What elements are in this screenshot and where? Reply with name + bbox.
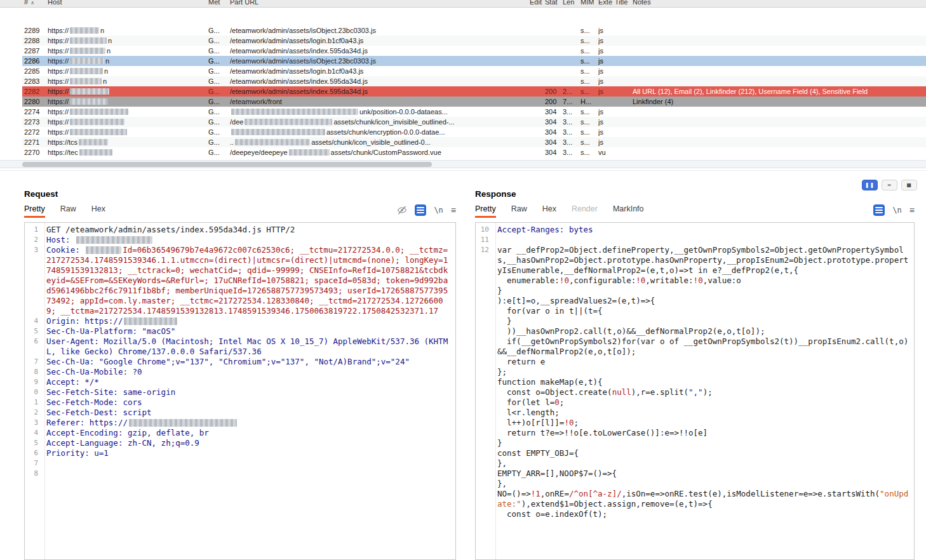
redacted-text xyxy=(79,149,112,156)
request-panel: Request Pretty Raw Hex \n ≡ 1GET /eteamw… xyxy=(24,189,456,560)
row-url: /eteamwork/admin/assets/isObject.23bc030… xyxy=(230,57,530,65)
line-number xyxy=(476,418,492,428)
line-number xyxy=(476,387,492,397)
table-header-lead xyxy=(0,0,22,7)
code-line: 5Accept-Language: zh-CN, zh;q=0.9 xyxy=(25,438,455,448)
row-length: 7... xyxy=(563,98,580,105)
row-url: /eteamwork/admin/assets/index.595da34d.j… xyxy=(230,77,530,85)
table-row[interactable]: 2289 https://n G... /eteamwork/admin/ass… xyxy=(22,25,926,36)
response-tab-hex[interactable]: Hex xyxy=(542,204,556,218)
row-mime: s... xyxy=(580,47,598,55)
syntax-highlight-icon[interactable] xyxy=(415,204,426,216)
line-number: 7 xyxy=(25,458,41,469)
row-method: G... xyxy=(208,47,230,55)
code-line: const o=Object.create(null),r=e.split(",… xyxy=(476,387,914,397)
line-number: 6 xyxy=(25,337,41,357)
editor-menu-icon[interactable]: ≡ xyxy=(451,205,456,215)
line-number: 6 xyxy=(25,448,41,458)
request-editor[interactable]: 1GET /eteamwork/admin/assets/index.595da… xyxy=(24,222,456,560)
line-number xyxy=(476,367,492,377)
row-status: 304 xyxy=(545,138,563,146)
row-status: 304 xyxy=(545,108,563,116)
redacted-text xyxy=(70,98,108,105)
row-host: https://n xyxy=(48,27,208,34)
response-tab-pretty[interactable]: Pretty xyxy=(475,204,496,218)
table-row[interactable]: 2271 https://tcs G... ..assets/chunk/ico… xyxy=(22,137,926,147)
row-notes: All URL (12), Email (2), Linkfinder (212… xyxy=(633,88,926,95)
row-status: 304 xyxy=(545,128,563,136)
response-tab-markinfo[interactable]: MarkInfo xyxy=(613,204,644,218)
column-header-extension[interactable]: Exte xyxy=(598,0,615,7)
code-line: 6Priority: u=1 xyxy=(25,448,455,458)
code-line: }, xyxy=(476,458,914,469)
code-line: 1Sec-Fetch-Mode: cors xyxy=(25,397,455,408)
table-row[interactable]: 2282 https:// G... /eteamwork/admin/asse… xyxy=(22,86,926,97)
newline-toggle-icon[interactable]: \n xyxy=(892,206,901,215)
line-number: 2 xyxy=(25,235,41,245)
column-header-edited[interactable]: Edit xyxy=(530,0,545,7)
line-number: 4 xyxy=(25,316,41,326)
redacted-text xyxy=(70,37,107,44)
line-number xyxy=(476,286,492,296)
row-number: 2283 xyxy=(22,77,48,85)
code-line: for(let l=0; xyxy=(476,397,914,408)
column-header-length[interactable]: Len xyxy=(563,0,580,7)
scrollbar-thumb[interactable] xyxy=(22,162,432,167)
column-header-url[interactable]: Part URL xyxy=(230,0,530,7)
editor-menu-icon[interactable]: ≡ xyxy=(909,205,915,215)
table-header-row: #∧ Host Met Part URL Edit Stat Len MIM E… xyxy=(0,0,926,8)
row-host: https:// xyxy=(48,118,208,126)
row-host: https://n xyxy=(48,37,208,44)
table-row[interactable]: 2273 https:// G... /deeassets/chunk/icon… xyxy=(22,117,926,127)
code-line: 4Accept-Encoding: gzip, deflate, br xyxy=(25,428,455,438)
column-header-notes[interactable]: Notes xyxy=(633,0,926,7)
response-editor[interactable]: 10Accept-Ranges: bytes1112var __defProp2… xyxy=(475,222,915,560)
row-mime: s... xyxy=(580,77,598,85)
request-tab-raw[interactable]: Raw xyxy=(60,204,76,218)
redacted-text xyxy=(70,88,109,95)
row-mime: s... xyxy=(580,27,598,34)
request-tab-pretty[interactable]: Pretty xyxy=(24,204,45,218)
column-header-status[interactable]: Stat xyxy=(545,0,563,7)
column-header-host[interactable]: Host xyxy=(48,0,208,7)
row-host: https://n xyxy=(48,67,208,75)
code-line: 9Accept: */* xyxy=(25,377,455,387)
request-tab-hex[interactable]: Hex xyxy=(91,204,105,218)
code-line: 2Sec-Fetch-Dest: script xyxy=(25,408,455,418)
table-row[interactable]: 2280 https:// G... /eteamwork/front 200 … xyxy=(22,97,926,107)
column-header-mime[interactable]: MIM xyxy=(580,0,598,7)
row-number: 2270 xyxy=(22,149,48,156)
response-panel-title: Response xyxy=(475,189,915,199)
redacted-text xyxy=(70,68,103,74)
column-header-title[interactable]: Title xyxy=(615,0,633,7)
table-row[interactable]: 2287 https://n G... /eteamwork/admin/ass… xyxy=(22,46,926,56)
redacted-text xyxy=(70,48,105,54)
line-number xyxy=(476,469,492,479)
hide-eye-icon[interactable] xyxy=(397,205,407,215)
code-line: NO=()=>!1,onRE=/^on[^a-z]/,isOn=e=>onRE.… xyxy=(476,489,914,509)
table-row[interactable]: 2274 https:// G... unk/position-0.0.0-da… xyxy=(22,107,926,117)
row-length: 3... xyxy=(563,138,580,146)
line-number xyxy=(476,448,492,458)
row-extension: js xyxy=(598,128,615,136)
row-mime: s... xyxy=(580,57,598,65)
table-row[interactable]: 2272 https:// G... assets/chunk/encrypti… xyxy=(22,127,926,137)
redacted-text xyxy=(76,236,152,244)
row-method: G... xyxy=(208,98,230,105)
row-host: https:// xyxy=(48,98,208,105)
table-row[interactable]: 2285 https://n G... /eteamwork/admin/ass… xyxy=(22,66,926,76)
table-row[interactable]: 2283 https://n G... /eteamwork/admin/ass… xyxy=(22,76,926,86)
table-row[interactable]: 2270 https://tec G... /deepeye/deepeyeas… xyxy=(22,147,926,157)
row-url: /eteamwork/admin/assets/login.b1cf0a43.j… xyxy=(230,67,530,75)
row-url: /eteamwork/admin/assets/isObject.23bc030… xyxy=(230,27,530,34)
syntax-highlight-icon[interactable] xyxy=(873,204,885,216)
response-tab-render[interactable]: Render xyxy=(572,204,598,218)
horizontal-scrollbar[interactable] xyxy=(0,160,926,168)
column-header-number[interactable]: #∧ xyxy=(22,0,48,7)
newline-toggle-icon[interactable]: \n xyxy=(434,206,443,215)
table-row[interactable]: 2288 https://n G... /eteamwork/admin/ass… xyxy=(22,36,926,46)
code-line: } xyxy=(476,286,914,296)
table-row[interactable]: 2286 https://n G... /eteamwork/admin/ass… xyxy=(22,56,926,66)
column-header-method[interactable]: Met xyxy=(208,0,230,7)
response-tab-raw[interactable]: Raw xyxy=(511,204,527,218)
